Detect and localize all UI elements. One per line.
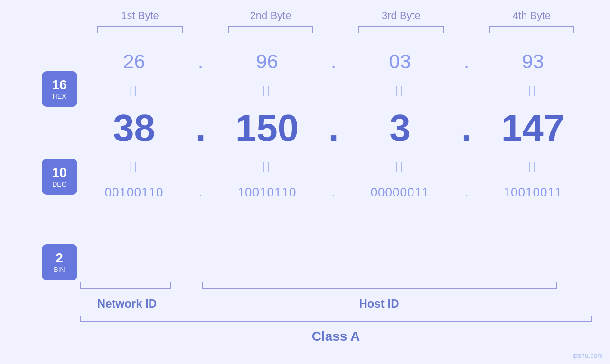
hex-dot-3: . [452,50,481,73]
dec-val-2: 150 [215,109,319,147]
byte-header-4: 4th Byte [479,9,584,22]
eq1-2: || [215,84,319,96]
dec-dot-3: . [452,106,481,150]
hex-dot-1: . [187,50,215,73]
top-brackets [75,26,597,33]
dec-val-3: 3 [348,109,452,147]
dec-val-1: 38 [82,109,187,147]
byte-header-2: 2nd Byte [218,9,323,22]
main-container: 1st Byte 2nd Byte 3rd Byte 4th Byte 16 H… [0,0,610,364]
dec-badge: 10 DEC [42,159,77,195]
eq2-4: || [481,160,585,172]
equals-row-1: || || || || [82,81,590,100]
id-labels: Network ID Host ID [75,294,597,313]
hex-badge: 16 HEX [42,71,77,107]
equals-row-2: || || || || [82,157,590,176]
eq2-2: || [215,160,319,172]
eq1-4: || [481,84,585,96]
bin-badge-label: BIN [54,266,65,273]
bin-val-3: 00000011 [348,185,452,200]
network-id-bracket [80,282,171,289]
class-label: Class A [312,329,360,344]
hex-row: 26 . 96 . 03 . 93 [82,43,590,81]
dec-dot-1: . [187,106,215,150]
hex-dot-2: . [319,50,348,73]
class-label-row: Class A [75,329,597,344]
bin-dot-3: . [452,185,481,200]
hex-val-1: 26 [82,50,187,73]
hex-badge-label: HEX [53,93,66,100]
dec-row: 38 . 150 . 3 . 147 [82,100,590,157]
badges-column: 16 HEX 10 DEC 2 BIN [20,43,82,280]
byte-header-1: 1st Byte [88,9,192,22]
bin-val-2: 10010110 [215,185,319,200]
dec-dot-2: . [319,106,348,150]
dec-badge-number: 10 [52,166,66,180]
bin-val-1: 00100110 [82,185,187,200]
bin-row: 00100110 . 10010110 . 00000011 . [82,176,590,209]
dec-badge-label: DEC [52,180,66,188]
class-bracket-line [80,316,592,322]
host-id-label: Host ID [202,297,557,310]
byte-header-3: 3rd Byte [349,9,453,22]
values-area: 26 . 96 . 03 . 93 [82,43,590,209]
network-id-label: Network ID [80,297,175,310]
class-bracket [75,316,597,325]
eq2-1: || [82,160,187,172]
eq1-3: || [348,84,452,96]
bracket-byte-1 [97,26,183,33]
bin-val-4: 10010011 [481,185,585,200]
bin-dot-2: . [319,185,348,200]
bracket-byte-4 [489,26,574,33]
hex-val-3: 03 [348,50,452,73]
bottom-brackets [75,282,597,294]
eq1-1: || [82,84,187,96]
watermark: ipshu.com [572,352,603,359]
host-id-bracket [202,282,557,289]
eq2-3: || [348,160,452,172]
content-area: 16 HEX 10 DEC 2 BIN 26 . [20,43,590,280]
byte-headers-row: 1st Byte 2nd Byte 3rd Byte 4th Byte [75,9,597,22]
hex-val-2: 96 [215,50,319,73]
bin-badge: 2 BIN [42,244,77,280]
hex-badge-number: 16 [52,78,66,93]
dec-val-4: 147 [481,109,585,147]
bin-badge-number: 2 [56,251,63,266]
bracket-byte-2 [228,26,313,33]
bracket-byte-3 [358,26,444,33]
bin-dot-1: . [187,185,215,200]
hex-val-4: 93 [481,50,585,73]
